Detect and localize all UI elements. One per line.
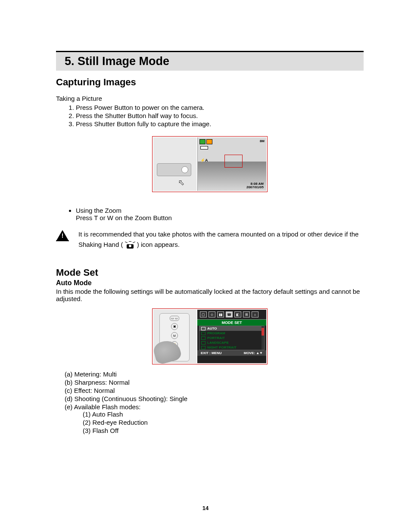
- focus-bracket-icon: [224, 155, 243, 168]
- page-number: 14: [0, 505, 411, 511]
- list-item: Flash Off: [83, 427, 364, 434]
- figure-mode-menu: ▭ ▭ ▣ M ⚡ ▢☺▮▮ ☎ ◧⊞⌂ MODE SET AUTO PROGR…: [152, 308, 268, 364]
- auto-mode-settings-list: Metering: Multi Sharpness: Normal Effect…: [65, 370, 364, 434]
- list-item: Auto Flash: [83, 411, 364, 418]
- figure-live-view: ⇧ 8M ⚡A 8:08 AM2007/01/05: [152, 136, 268, 192]
- resolution-indicator: 8M: [260, 139, 265, 143]
- panel-button: ▭ ▭: [170, 316, 179, 321]
- face-icon: [206, 139, 212, 144]
- shaking-hand-icon: [126, 242, 134, 249]
- zoom-line: Press T or W on the Zoom Button: [76, 214, 172, 221]
- list-item: Effect: Normal: [65, 387, 364, 394]
- menu-tab-active: ☎: [226, 311, 233, 317]
- list-item: Metering: Multi: [65, 370, 364, 378]
- auto-mode-subheading: Auto Mode: [56, 279, 364, 287]
- menu-item: NIGHT PORTRAIT: [199, 345, 264, 350]
- section-title-bar: 5. Still Image Mode: [56, 51, 364, 71]
- auto-mode-desc: In this mode the following settings will…: [56, 288, 364, 302]
- menu-item: PROGRAM: [199, 331, 264, 336]
- menu-item: LANDSCAPE: [199, 340, 264, 345]
- menu-header: MODE SET: [197, 320, 266, 326]
- zoom-heading: Using the Zoom: [76, 207, 121, 214]
- flash-indicator: ⚡A: [200, 158, 208, 162]
- camera-mode-icon: [199, 139, 206, 144]
- menu-item: PORTRAIT: [199, 336, 264, 340]
- menu-footer-left: EXIT : MENU: [201, 351, 221, 355]
- flash-modes-list: Auto Flash Red-eye Reduction Flash Off: [83, 411, 364, 434]
- menu-tabs: ▢☺▮▮ ☎ ◧⊞⌂: [197, 310, 266, 320]
- capturing-steps: Press Power Button to power on the camer…: [76, 104, 364, 128]
- warning-icon: [56, 230, 69, 241]
- list-item: Available Flash modes: Auto Flash Red-ey…: [65, 403, 364, 434]
- tripod-note: It is recommended that you take photos w…: [78, 229, 364, 250]
- page-title: 5. Still Image Mode: [65, 55, 359, 68]
- menu-footer-right: MOVE: ▲▼: [244, 351, 263, 355]
- capturing-heading: Capturing Images: [56, 77, 364, 88]
- capturing-intro: Taking a Picture: [56, 95, 364, 102]
- list-item: Sharpness: Normal: [65, 379, 364, 386]
- panel-button: ▣: [171, 323, 178, 330]
- menu-item-selected: AUTO: [199, 326, 264, 331]
- zoom-bullet: Using the Zoom Press T or W on the Zoom …: [76, 207, 364, 221]
- list-item: Red-eye Reduction: [83, 419, 364, 426]
- step-item: Press Power Button to power on the camer…: [76, 104, 364, 111]
- osd-timestamp: 8:08 AM2007/01/05: [246, 182, 264, 189]
- panel-button: M: [171, 332, 178, 339]
- step-item: Press the Shutter Button half way to foc…: [76, 112, 364, 119]
- modeset-heading: Mode Set: [56, 267, 364, 278]
- list-item: Shooting (Continuous Shooting): Single: [65, 395, 364, 402]
- battery-icon: [200, 146, 208, 149]
- step-item: Press Shutter Button fully to capture th…: [76, 120, 364, 128]
